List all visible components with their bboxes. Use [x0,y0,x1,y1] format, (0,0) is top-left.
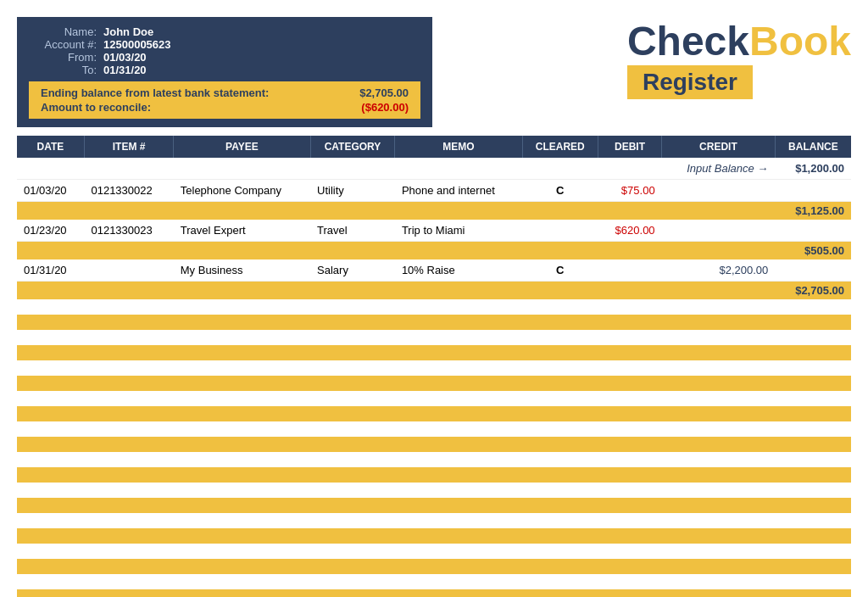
cell-empty-3 [174,158,310,180]
balance-value-3: $2,705.00 [775,282,851,300]
table-header-row: DATE ITEM # PAYEE CATEGORY MEMO CLEARED … [17,136,851,158]
cell-empty-6 [522,158,598,180]
empty-row [17,330,851,345]
balance-row-2: $505.00 [17,242,851,260]
cell-cleared-3: C [522,259,598,282]
empty-row [17,345,851,360]
ending-value: $2,705.00 [359,86,409,99]
empty-row [17,315,851,330]
cell-debit-2: $620.00 [598,220,661,242]
table-row[interactable]: 01/03/20 0121330022 Telephone Company Ut… [17,180,851,202]
empty-row [17,574,851,589]
cell-cleared-2 [522,220,598,242]
cell-date-2: 01/23/20 [17,220,84,242]
cell-cleared-1: C [522,180,598,202]
empty-row [17,528,851,544]
cell-date-1: 01/03/20 [17,180,84,202]
cell-empty-1 [17,158,84,180]
cell-debit-1: $75.00 [598,180,661,202]
cell-empty-2 [84,158,173,180]
cell-credit-1 [662,180,776,202]
balance-spacer-3 [17,282,775,300]
empty-row [17,452,851,467]
cell-item-1: 0121330022 [84,180,173,202]
cell-memo-3: 10% Raise [395,259,522,282]
balance-value-1: $1,125.00 [775,202,851,220]
empty-row [17,360,851,376]
cell-memo-2: Trip to Miami [395,220,522,242]
cell-payee-3: My Business [174,259,310,282]
col-header-cleared: CLEARED [522,136,598,158]
empty-row [17,421,851,437]
cell-memo-1: Phone and internet [395,180,522,202]
name-label: Name: [29,25,97,38]
col-header-item: ITEM # [84,136,173,158]
empty-row [17,559,851,574]
table-row[interactable]: 01/31/20 My Business Salary 10% Raise C … [17,259,851,282]
empty-row [17,513,851,528]
empty-row [17,391,851,406]
account-info-box: Name: John Doe Account #: 12500005623 Fr… [17,17,432,127]
col-header-date: DATE [17,136,84,158]
empty-row [17,544,851,559]
ending-label: Ending balance from latest bank statemen… [41,86,269,99]
cell-credit-3: $2,200.00 [662,259,776,282]
register-table: DATE ITEM # PAYEE CATEGORY MEMO CLEARED … [17,136,851,597]
to-value: 01/31/20 [103,64,147,76]
logo-title: CheckBook [627,21,851,62]
balance-spacer-1 [17,202,775,220]
cell-category-3: Salary [310,259,395,282]
cell-date-3: 01/31/20 [17,259,84,282]
to-label: To: [29,64,97,76]
cell-category-1: Utility [310,180,395,202]
col-header-memo: MEMO [395,136,522,158]
cell-category-2: Travel [310,220,395,242]
empty-row [17,467,851,483]
empty-row [17,437,851,452]
cell-debit-3 [598,259,661,282]
logo-area: CheckBook Register [627,17,851,99]
balance-row-1: $1,125.00 [17,202,851,220]
from-value: 01/03/20 [103,51,147,64]
cell-balance-2 [775,220,851,242]
empty-row [17,589,851,597]
balance-row-3: $2,705.00 [17,282,851,300]
account-value: 12500005623 [103,38,171,51]
cell-item-2: 0121330023 [84,220,173,242]
cell-item-3 [84,259,173,282]
reconcile-label: Amount to reconcile: [41,101,151,114]
input-balance-value: $1,200.00 [775,158,851,180]
empty-row [17,483,851,498]
cell-empty-5 [395,158,522,180]
summary-bar: Ending balance from latest bank statemen… [29,81,420,119]
empty-row [17,376,851,391]
empty-row [17,406,851,421]
col-header-payee: PAYEE [174,136,310,158]
input-balance-row: Input Balance → $1,200.00 [17,158,851,180]
reconcile-value: ($620.00) [361,101,409,114]
empty-row [17,299,851,315]
col-header-credit: CREDIT [662,136,776,158]
cell-payee-2: Travel Expert [174,220,310,242]
from-label: From: [29,51,97,64]
account-label: Account #: [29,38,97,51]
table-row[interactable]: 01/23/20 0121330023 Travel Expert Travel… [17,220,851,242]
col-header-debit: DEBIT [598,136,661,158]
logo-book-text: Book [749,19,851,64]
top-section: Name: John Doe Account #: 12500005623 Fr… [17,17,851,127]
name-value: John Doe [103,25,153,38]
cell-balance-3 [775,259,851,282]
cell-empty-4 [310,158,395,180]
cell-credit-2 [662,220,776,242]
page-wrapper: Name: John Doe Account #: 12500005623 Fr… [17,17,851,597]
cell-payee-1: Telephone Company [174,180,310,202]
empty-row [17,498,851,513]
cell-balance-1 [775,180,851,202]
logo-register-text: Register [627,65,753,99]
input-balance-label: Input Balance → [662,158,776,180]
col-header-category: CATEGORY [310,136,395,158]
cell-empty-7 [598,158,661,180]
logo-check-text: Check [627,19,749,64]
balance-value-2: $505.00 [775,242,851,260]
balance-spacer-2 [17,242,775,260]
